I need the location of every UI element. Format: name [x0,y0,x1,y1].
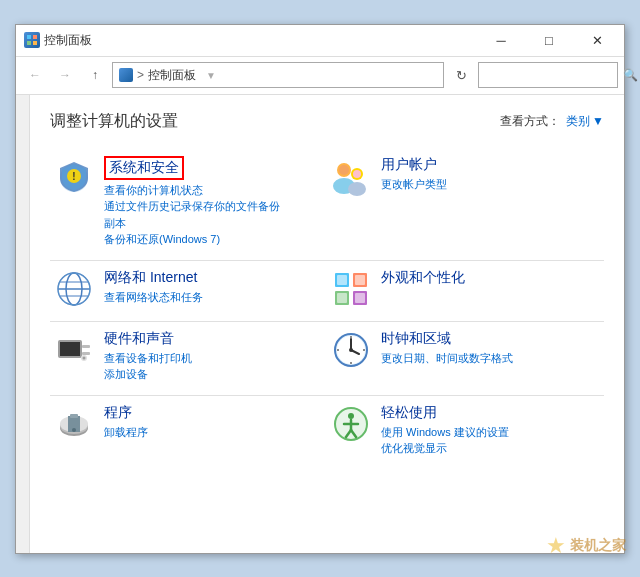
window-title: 控制面板 [44,32,92,49]
accessibility-title[interactable]: 轻松使用 [381,404,594,422]
view-dropdown-icon: ▼ [592,114,604,128]
appearance-content: 外观和个性化 [381,269,594,289]
hardware-link-1[interactable]: 查看设备和打印机 [104,350,317,367]
appearance-title[interactable]: 外观和个性化 [381,269,594,287]
svg-point-40 [337,349,339,351]
cp-item-accessibility[interactable]: 轻松使用 使用 Windows 建议的设置 优化视觉显示 [327,396,604,469]
hardware-title[interactable]: 硬件和声音 [104,330,317,348]
search-input[interactable] [483,69,621,81]
clock-sub: 更改日期、时间或数字格式 [381,350,594,367]
programs-content: 程序 卸载程序 [104,404,317,441]
clock-icon [331,330,371,370]
cp-item-system-security[interactable]: ! 系统和安全 查看你的计算机状态 通过文件历史记录保存你的文件备份副本 备份和… [50,148,327,260]
svg-rect-23 [337,275,347,285]
maximize-button[interactable]: □ [526,26,572,54]
minimize-button[interactable]: ─ [478,26,524,54]
clock-content: 时钟和区域 更改日期、时间或数字格式 [381,330,594,367]
cp-item-appearance[interactable]: 外观和个性化 [327,261,604,321]
view-dropdown[interactable]: 类别 ▼ [566,113,604,130]
window-icon [24,32,40,48]
title-bar-controls: ─ □ ✕ [478,26,620,54]
svg-rect-25 [337,293,347,303]
accessibility-content: 轻松使用 使用 Windows 建议的设置 优化视觉显示 [381,404,594,457]
refresh-button[interactable]: ↻ [448,62,474,88]
user-icon [331,156,371,196]
cp-item-user-accounts[interactable]: 用户帐户 更改帐户类型 [327,148,604,260]
program-icon [54,404,94,444]
address-box[interactable]: > 控制面板 ▼ [112,62,444,88]
svg-rect-46 [70,414,78,418]
svg-rect-29 [82,345,90,348]
cp-grid: ! 系统和安全 查看你的计算机状态 通过文件历史记录保存你的文件备份副本 备份和… [50,148,604,469]
hardware-icon [54,330,94,370]
content-area: 调整计算机的设置 查看方式： 类别 ▼ [30,95,624,553]
svg-point-47 [72,428,76,432]
cp-item-hardware[interactable]: 硬件和声音 查看设备和打印机 添加设备 [50,322,327,395]
user-accounts-link-1[interactable]: 更改帐户类型 [381,176,594,193]
network-icon [54,269,94,309]
clock-link-1[interactable]: 更改日期、时间或数字格式 [381,350,594,367]
svg-rect-30 [82,352,90,355]
system-security-link-3[interactable]: 备份和还原(Windows 7) [104,231,317,248]
watermark-text: 装机之家 [570,537,626,555]
search-icon[interactable]: 🔍 [623,66,638,84]
cp-item-programs[interactable]: 程序 卸载程序 [50,396,327,469]
system-security-link-2[interactable]: 通过文件历史记录保存你的文件备份副本 [104,198,317,231]
system-security-title[interactable]: 系统和安全 [104,156,184,180]
accessibility-link-2[interactable]: 优化视觉显示 [381,440,594,457]
cp-item-network[interactable]: 网络和 Internet 查看网络状态和任务 [50,261,327,321]
address-bar: ← → ↑ > 控制面板 ▼ ↻ 🔍 [16,57,624,95]
svg-text:!: ! [72,171,75,182]
programs-title[interactable]: 程序 [104,404,317,422]
left-sidebar [16,95,30,553]
network-link-1[interactable]: 查看网络状态和任务 [104,289,317,306]
svg-point-10 [348,182,366,196]
search-box[interactable]: 🔍 [478,62,618,88]
address-separator: > [137,68,144,82]
main-content: 调整计算机的设置 查看方式： 类别 ▼ [16,95,624,553]
address-icon [119,68,133,82]
svg-rect-2 [27,41,31,45]
svg-point-39 [350,362,352,364]
svg-point-12 [353,170,361,178]
svg-point-41 [363,349,365,351]
clock-title[interactable]: 时钟和区域 [381,330,594,348]
close-button[interactable]: ✕ [574,26,620,54]
user-accounts-sub: 更改帐户类型 [381,176,594,193]
page-header: 调整计算机的设置 查看方式： 类别 ▼ [50,111,604,132]
forward-button[interactable]: → [52,62,78,88]
address-path: 控制面板 [148,67,196,84]
appearance-icon [331,269,371,309]
back-button[interactable]: ← [22,62,48,88]
shield-icon: ! [54,156,94,196]
cp-item-clock[interactable]: 时钟和区域 更改日期、时间或数字格式 [327,322,604,395]
title-bar: 控制面板 ─ □ ✕ [16,25,624,57]
system-security-link-1[interactable]: 查看你的计算机状态 [104,182,317,199]
svg-point-11 [339,165,349,175]
svg-rect-26 [355,293,365,303]
watermark-star: ★ [546,533,566,559]
user-accounts-title[interactable]: 用户帐户 [381,156,594,174]
up-button[interactable]: ↑ [82,62,108,88]
accessibility-link-1[interactable]: 使用 Windows 建议的设置 [381,424,594,441]
svg-rect-1 [33,35,37,39]
svg-point-49 [348,413,354,419]
page-title: 调整计算机的设置 [50,111,178,132]
svg-rect-28 [60,342,80,356]
hardware-sub: 查看设备和打印机 添加设备 [104,350,317,383]
system-security-sub: 查看你的计算机状态 通过文件历史记录保存你的文件备份副本 备份和还原(Windo… [104,182,317,248]
title-bar-left: 控制面板 [24,32,92,49]
programs-link-1[interactable]: 卸载程序 [104,424,317,441]
network-sub: 查看网络状态和任务 [104,289,317,306]
view-options: 查看方式： 类别 ▼ [500,113,604,130]
network-title[interactable]: 网络和 Internet [104,269,317,287]
access-icon [331,404,371,444]
watermark: ★ 装机之家 [546,533,626,559]
svg-point-38 [350,336,352,338]
network-content: 网络和 Internet 查看网络状态和任务 [104,269,317,306]
hardware-content: 硬件和声音 查看设备和打印机 添加设备 [104,330,317,383]
view-mode: 类别 [566,113,590,130]
user-accounts-content: 用户帐户 更改帐户类型 [381,156,594,193]
view-label: 查看方式： [500,113,560,130]
hardware-link-2[interactable]: 添加设备 [104,366,317,383]
